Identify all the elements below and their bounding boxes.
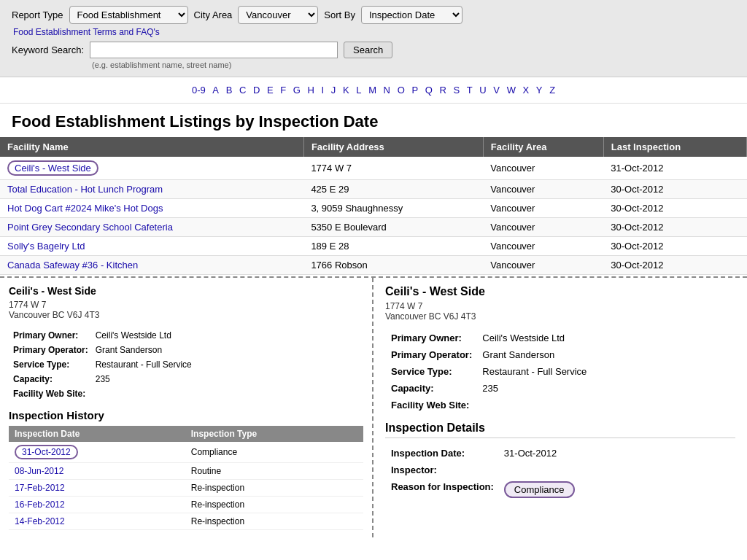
alpha-link-x[interactable]: X <box>523 85 530 96</box>
right-owner-value: Ceili's Westside Ltd <box>478 330 591 346</box>
facility-link[interactable]: Total Education - Hot Lunch Program <box>7 184 163 195</box>
insp-date-label: Inspection Date: <box>387 446 498 461</box>
alpha-link-t[interactable]: T <box>467 85 473 96</box>
history-date-link[interactable]: 14-Feb-2012 <box>15 516 65 526</box>
inspection-details-title: Inspection Details <box>385 421 735 438</box>
keyword-input[interactable] <box>90 42 338 58</box>
faq-link[interactable]: Food Establishment Terms and FAQ's <box>13 27 735 37</box>
history-date-link[interactable]: 17-Feb-2012 <box>15 483 65 493</box>
alpha-link-a[interactable]: A <box>212 85 219 96</box>
history-date-cell: 08-Jun-2012 <box>9 463 185 480</box>
history-type-cell: Re-inspection <box>185 480 363 497</box>
alpha-link-u[interactable]: U <box>479 85 486 96</box>
insp-inspector-row: Inspector: <box>387 462 579 478</box>
history-table: Inspection Date Inspection Type 31-Oct-2… <box>9 426 363 530</box>
detail-row-website: Facility Web Site: <box>10 387 195 400</box>
cell-facility-area: Vancouver <box>483 218 603 237</box>
history-row: 17-Feb-2012Re-inspection <box>9 480 363 497</box>
col-last-inspection: Last Inspection <box>603 137 746 157</box>
facility-link[interactable]: Solly's Bagelry Ltd <box>7 241 85 252</box>
cell-facility-area: Vancouver <box>483 256 603 275</box>
cell-last-inspection: 30-Oct-2012 <box>603 237 746 256</box>
alpha-nav: 0-9 A B C D E F G H I J K L M N O P Q R … <box>0 77 747 104</box>
history-type-cell: Routine <box>185 463 363 480</box>
col-facility-address: Facility Address <box>303 137 483 157</box>
left-facility-details: Primary Owner: Ceili's Westside Ltd Prim… <box>9 327 363 402</box>
history-type-cell: Re-inspection <box>185 497 363 513</box>
facility-link[interactable]: Point Grey Secondary School Cafeteria <box>7 222 173 233</box>
cell-facility-area: Vancouver <box>483 157 603 180</box>
alpha-link-w[interactable]: W <box>507 85 516 96</box>
insp-inspector-value <box>500 462 579 478</box>
cell-last-inspection: 30-Oct-2012 <box>603 180 746 199</box>
table-row: Solly's Bagelry Ltd189 E 28Vancouver30-O… <box>0 237 747 256</box>
alpha-link-s[interactable]: S <box>453 85 460 96</box>
history-type-cell: Compliance <box>185 442 363 463</box>
cell-facility-address: 1766 Robson <box>303 256 483 275</box>
cell-facility-area: Vancouver <box>483 199 603 218</box>
right-detail-capacity: Capacity: 235 <box>387 381 591 396</box>
keyword-label: Keyword Search: <box>12 44 84 55</box>
detail-row-capacity: Capacity: 235 <box>10 373 195 386</box>
alpha-link-r[interactable]: R <box>439 85 446 96</box>
sort-by-label: Sort By <box>324 9 355 20</box>
table-row: Total Education - Hot Lunch Program425 E… <box>0 180 747 199</box>
report-type-select[interactable]: Food Establishment <box>69 6 188 24</box>
insp-reason-label: Reason for Inspection: <box>387 479 498 500</box>
history-date-cell: 16-Feb-2012 <box>9 497 185 513</box>
cell-facility-address: 425 E 29 <box>303 180 483 199</box>
right-details-table: Primary Owner: Ceili's Westside Ltd Prim… <box>385 329 592 414</box>
alpha-link-0-9[interactable]: 0-9 <box>192 85 206 96</box>
table-row: Ceili's - West Side1774 W 7Vancouver31-O… <box>0 157 747 180</box>
history-date-link[interactable]: 16-Feb-2012 <box>15 499 65 510</box>
alpha-link-b[interactable]: B <box>226 85 233 96</box>
alpha-link-n[interactable]: N <box>384 85 390 96</box>
alpha-link-g[interactable]: G <box>293 85 301 96</box>
alpha-link-k[interactable]: K <box>343 85 349 96</box>
facility-link[interactable]: Hot Dog Cart #2024 Mike's Hot Dogs <box>7 203 163 214</box>
table-row: Point Grey Secondary School Cafeteria535… <box>0 218 747 237</box>
insp-inspector-label: Inspector: <box>387 462 498 478</box>
alpha-link-j[interactable]: J <box>331 85 336 96</box>
cell-facility-name: Point Grey Secondary School Cafeteria <box>0 218 303 237</box>
cell-facility-name: Hot Dog Cart #2024 Mike's Hot Dogs <box>0 199 303 218</box>
alpha-link-y[interactable]: Y <box>536 85 543 96</box>
history-date-link[interactable]: 08-Jun-2012 <box>15 466 63 476</box>
alpha-link-l[interactable]: L <box>356 85 361 96</box>
alpha-link-m[interactable]: M <box>368 85 376 96</box>
history-row: 16-Feb-2012Re-inspection <box>9 497 363 513</box>
right-operator-label: Primary Operator: <box>387 347 476 362</box>
report-type-label: Report Type <box>12 9 63 20</box>
right-detail-operator: Primary Operator: Grant Sanderson <box>387 347 591 362</box>
insp-reason-value: Compliance <box>500 479 579 500</box>
history-date-cell: 31-Oct-2012 <box>9 442 185 463</box>
insp-date-row: Inspection Date: 31-Oct-2012 <box>387 446 579 461</box>
col-facility-name: Facility Name <box>0 137 303 157</box>
alpha-link-o[interactable]: O <box>398 85 405 96</box>
alpha-link-p[interactable]: P <box>411 85 418 96</box>
right-address: 1774 W 7 Vancouver BC V6J 4T3 <box>385 301 735 322</box>
right-address-line2: Vancouver BC V6J 4T3 <box>385 311 476 322</box>
alpha-link-h[interactable]: H <box>308 85 314 96</box>
facility-link[interactable]: Canada Safeway #36 - Kitchen <box>7 260 138 271</box>
right-detail-owner: Primary Owner: Ceili's Westside Ltd <box>387 330 591 346</box>
alpha-link-c[interactable]: C <box>239 85 246 96</box>
service-value: Restaurant - Full Service <box>93 358 195 371</box>
search-button[interactable]: Search <box>344 42 392 58</box>
alpha-link-d[interactable]: D <box>253 85 260 96</box>
cell-facility-name: Solly's Bagelry Ltd <box>0 237 303 256</box>
alpha-link-f[interactable]: F <box>280 85 286 96</box>
keyword-row: Keyword Search: Search <box>12 42 735 58</box>
cell-facility-address: 5350 E Boulevard <box>303 218 483 237</box>
alpha-link-e[interactable]: E <box>267 85 274 96</box>
history-date-link[interactable]: 31-Oct-2012 <box>22 447 71 457</box>
city-area-select[interactable]: Vancouver <box>238 6 318 24</box>
capacity-label: Capacity: <box>10 373 91 386</box>
alpha-link-z[interactable]: Z <box>549 85 555 96</box>
cell-facility-name: Canada Safeway #36 - Kitchen <box>0 256 303 275</box>
facility-link[interactable]: Ceili's - West Side <box>15 163 91 174</box>
sort-by-select[interactable]: Inspection Date <box>361 6 462 24</box>
alpha-link-i[interactable]: I <box>322 85 325 96</box>
alpha-link-v[interactable]: V <box>493 85 500 96</box>
alpha-link-q[interactable]: Q <box>425 85 433 96</box>
